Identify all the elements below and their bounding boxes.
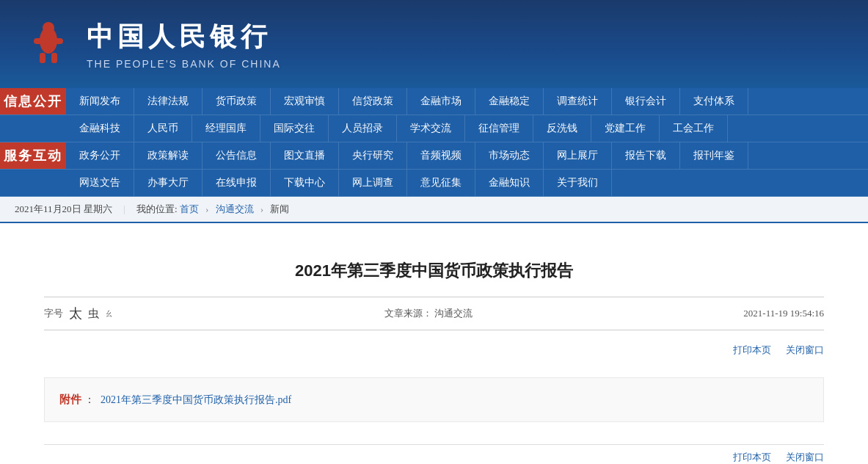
nav-item-online-survey[interactable]: 网上调查 [339,170,407,196]
svg-rect-5 [51,53,57,63]
nav-item-policy-explain[interactable]: 政策解读 [134,142,203,169]
nav-item-feedback[interactable]: 意见征集 [407,170,475,196]
nav-item-banking[interactable]: 银行会计 [612,88,680,115]
nav-items-row1: 新闻发布 法律法规 货币政策 宏观审慎 信贷政策 金融市场 金融稳定 调查统计 … [66,88,868,115]
nav-item-office[interactable]: 办事大厅 [134,170,203,196]
action-row-top: 打印本页 关闭窗口 [44,338,824,363]
nav-item-gov-open[interactable]: 政务公开 [66,142,134,169]
nav-item-fintech[interactable]: 金融科技 [66,115,134,142]
svg-rect-4 [40,53,45,63]
nav-item-download[interactable]: 下载中心 [271,170,339,196]
content-area: 2021年第三季度中国货币政策执行报告 字号 太 虫 ㄠ 文章来源： 沟通交流 … [0,223,868,464]
attachment-label: 附件 [59,393,81,407]
nav-item-anti-money[interactable]: 反洗钱 [533,115,591,142]
nav-row-1: 信息公开 新闻发布 法律法规 货币政策 宏观审慎 信贷政策 金融市场 金融稳定 … [0,88,868,115]
nav-item-online-report[interactable]: 在线申报 [203,170,271,196]
logo-text-area: 中国人民银行 THE PEOPLE'S BANK OF CHINA [87,19,281,70]
breadcrumb-sep2: › [260,203,263,214]
nav-item-net-doc[interactable]: 网送文告 [66,170,134,196]
nav-wrapper: 信息公开 新闻发布 法律法规 货币政策 宏观审慎 信贷政策 金融市场 金融稳定 … [0,88,868,197]
nav-item-finmarket[interactable]: 金融市场 [407,88,475,115]
source-area: 文章来源： 沟通交流 [384,307,473,320]
nav-item-market-dynamics[interactable]: 市场动态 [475,142,544,169]
nav-label-service: 服务互动 [0,142,66,169]
action-row-bottom: 打印本页 关闭窗口 [44,444,824,464]
font-size-medium-button[interactable]: 虫 [88,307,99,321]
nav-item-recruit[interactable]: 人员招录 [329,115,397,142]
nav-item-law[interactable]: 法律法规 [134,88,203,115]
source-value: 沟通交流 [434,308,473,319]
article-title: 2021年第三季度中国货币政策执行报告 [44,260,824,282]
svg-rect-2 [34,38,63,44]
nav-item-credit-mgmt[interactable]: 征信管理 [465,115,533,142]
nav-row-3: 服务互动 政务公开 政策解读 公告信息 图文直播 央行研究 音频视频 市场动态 … [0,142,868,170]
breadcrumb-sep1: › [205,203,208,214]
nav-item-online-hall[interactable]: 网上展厅 [544,142,612,169]
nav-item-research[interactable]: 央行研究 [339,142,407,169]
nav-item-periodical[interactable]: 报刊年鉴 [680,142,748,169]
nav-item-audio-video[interactable]: 音频视频 [407,142,475,169]
header: 中国人民银行 THE PEOPLE'S BANK OF CHINA [0,0,868,88]
nav-items-row4: 网送文告 办事大厅 在线申报 下载中心 网上调查 意见征集 金融知识 关于我们 [66,170,868,196]
nav-row-2: 金融科技 人民币 经理国库 国际交往 人员招录 学术交流 征信管理 反洗钱 党建… [0,115,868,142]
font-size-large-button[interactable]: 太 [69,305,82,322]
nav-item-finstable[interactable]: 金融稳定 [475,88,544,115]
nav-items-row2: 金融科技 人民币 经理国库 国际交往 人员招录 学术交流 征信管理 反洗钱 党建… [66,115,868,142]
nav-item-report-download[interactable]: 报告下载 [612,142,680,169]
breadcrumb-date: 2021年11月20日 星期六 [15,203,112,214]
breadcrumb-home[interactable]: 首页 [180,203,199,214]
nav-label-empty2 [0,170,66,196]
nav-item-rmb[interactable]: 人民币 [134,115,192,142]
nav-item-party[interactable]: 党建工作 [591,115,660,142]
print-button-top[interactable]: 打印本页 [733,344,771,357]
nav-label-info: 信息公开 [0,88,66,115]
nav-item-announcement[interactable]: 公告信息 [203,142,271,169]
logo-chinese: 中国人民银行 [87,19,281,55]
nav-item-monetary[interactable]: 货币政策 [203,88,271,115]
nav-item-academic[interactable]: 学术交流 [397,115,465,142]
nav-item-macro[interactable]: 宏观审慎 [271,88,339,115]
logo-english: THE PEOPLE'S BANK OF CHINA [87,58,281,70]
attachment-file-link[interactable]: 2021年第三季度中国货币政策执行报告.pdf [101,394,291,407]
nav-row-4: 网送文告 办事大厅 在线申报 下载中心 网上调查 意见征集 金融知识 关于我们 [0,170,868,197]
logo-area: 中国人民银行 THE PEOPLE'S BANK OF CHINA [22,18,281,70]
nav-item-union[interactable]: 工会工作 [660,115,728,142]
source-label: 文章来源： [384,308,432,319]
breadcrumb-location-label: 我的位置: [136,203,178,214]
nav-item-intl[interactable]: 国际交往 [260,115,329,142]
breadcrumb-level1[interactable]: 沟通交流 [216,203,254,214]
close-button-top[interactable]: 关闭窗口 [786,344,824,357]
font-size-label: 字号 [44,307,63,320]
attachment-row: 附件 ： 2021年第三季度中国货币政策执行报告.pdf [44,377,824,422]
nav-item-credit[interactable]: 信贷政策 [339,88,407,115]
nav-item-payment[interactable]: 支付体系 [680,88,748,115]
font-size-area: 字号 太 虫 ㄠ [44,305,114,322]
meta-row: 字号 太 虫 ㄠ 文章来源： 沟通交流 2021-11-19 19:54:16 [44,297,824,330]
close-button-bottom[interactable]: 关闭窗口 [786,451,824,464]
print-button-bottom[interactable]: 打印本页 [733,451,771,464]
nav-item-treasury[interactable]: 经理国库 [192,115,260,142]
breadcrumb-bar: 2021年11月20日 星期六 | 我的位置: 首页 › 沟通交流 › 新闻 [0,197,868,223]
nav-item-survey[interactable]: 调查统计 [544,88,612,115]
bank-emblem-icon [22,18,75,70]
nav-label-empty1 [0,115,66,142]
svg-point-3 [43,22,54,34]
nav-item-about[interactable]: 关于我们 [544,170,612,196]
breadcrumb-level2: 新闻 [270,203,289,214]
nav-item-fin-knowledge[interactable]: 金融知识 [475,170,544,196]
nav-items-row3: 政务公开 政策解读 公告信息 图文直播 央行研究 音频视频 市场动态 网上展厅 … [66,142,868,169]
font-size-small-button[interactable]: ㄠ [105,308,114,320]
article-date: 2021-11-19 19:54:16 [743,308,824,319]
nav-item-live[interactable]: 图文直播 [271,142,339,169]
attachment-colon: ： [84,394,95,407]
nav-item-news[interactable]: 新闻发布 [66,88,134,115]
